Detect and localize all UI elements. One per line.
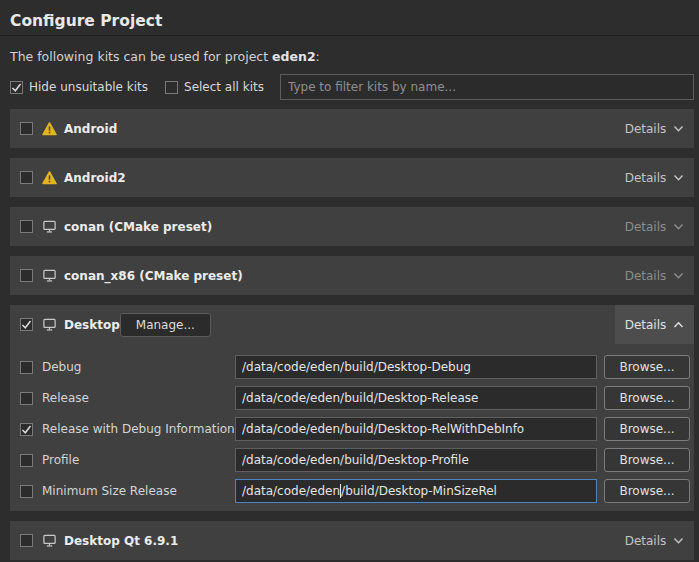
browse-button[interactable]: Browse... bbox=[604, 386, 690, 410]
details-button[interactable]: Details bbox=[615, 109, 694, 148]
kit-filter-input[interactable] bbox=[280, 74, 694, 100]
details-button[interactable]: Details bbox=[615, 207, 694, 246]
details-button-expanded[interactable]: Details bbox=[615, 305, 694, 344]
select-all-kits-checkbox[interactable]: Select all kits bbox=[165, 80, 264, 94]
kit-name: Android2 bbox=[64, 171, 126, 185]
kit-row-desktop: Desktop Manage... Details bbox=[10, 305, 694, 344]
build-config-row-profile: Profile Browse... bbox=[10, 447, 694, 473]
build-config-row-debug: Debug Browse... bbox=[10, 354, 694, 380]
kit-checkbox[interactable] bbox=[20, 269, 33, 282]
warning-icon bbox=[42, 122, 57, 136]
build-config-checkbox-checked[interactable] bbox=[20, 423, 33, 436]
desktop-icon bbox=[42, 219, 57, 234]
kit-checkbox[interactable] bbox=[20, 534, 33, 547]
manage-button[interactable]: Manage... bbox=[120, 313, 211, 337]
build-config-row-release: Release Browse... bbox=[10, 385, 694, 411]
check-icon bbox=[11, 82, 22, 93]
filter-toolbar: Hide unsuitable kits Select all kits bbox=[10, 74, 694, 100]
check-icon bbox=[21, 424, 32, 435]
kit-row-conan: conan (CMake preset) Details bbox=[10, 207, 694, 246]
chevron-down-icon bbox=[673, 223, 684, 231]
chevron-down-icon bbox=[673, 174, 684, 182]
check-icon bbox=[21, 319, 32, 330]
build-config-checkbox[interactable] bbox=[20, 485, 33, 498]
details-button[interactable]: Details bbox=[615, 256, 694, 295]
kit-list: Android Details Android2 Details bbox=[0, 109, 699, 560]
kit-checkbox[interactable] bbox=[20, 171, 33, 184]
desktop-icon bbox=[42, 317, 57, 332]
kit-row-android2: Android2 Details bbox=[10, 158, 694, 197]
chevron-down-icon bbox=[673, 272, 684, 280]
desktop-icon bbox=[42, 533, 57, 548]
details-button[interactable]: Details bbox=[615, 158, 694, 197]
build-config-list: Debug Browse... Release Browse... Releas… bbox=[10, 344, 694, 511]
project-name: eden2 bbox=[272, 49, 316, 64]
page-title: Configure Project bbox=[0, 0, 699, 31]
chevron-down-icon bbox=[673, 537, 684, 545]
warning-icon bbox=[42, 171, 57, 185]
kit-panel-desktop: Desktop Manage... Details Debug Browse..… bbox=[10, 305, 694, 511]
checkbox-checked bbox=[10, 81, 23, 94]
kit-checkbox[interactable] bbox=[20, 122, 33, 135]
build-config-row-relwithdebinfo: Release with Debug Information Browse... bbox=[10, 416, 694, 442]
kit-name: Android bbox=[64, 122, 117, 136]
kit-name: Desktop bbox=[64, 318, 120, 332]
kit-checkbox[interactable] bbox=[20, 220, 33, 233]
kit-row-desktop-qt: Desktop Qt 6.9.1 Details bbox=[10, 521, 694, 560]
browse-button[interactable]: Browse... bbox=[604, 355, 690, 379]
kit-name: conan_x86 (CMake preset) bbox=[64, 269, 243, 283]
kit-name: conan (CMake preset) bbox=[64, 220, 212, 234]
browse-button[interactable]: Browse... bbox=[604, 479, 690, 503]
hide-unsuitable-kits-checkbox[interactable]: Hide unsuitable kits bbox=[10, 80, 148, 94]
build-config-checkbox[interactable] bbox=[20, 361, 33, 374]
browse-button[interactable]: Browse... bbox=[604, 448, 690, 472]
kit-name: Desktop Qt 6.9.1 bbox=[64, 534, 178, 548]
kit-checkbox-checked[interactable] bbox=[20, 318, 33, 331]
build-dir-input[interactable] bbox=[235, 448, 597, 472]
build-dir-input-focused[interactable]: /data/code/eden/build/Desktop-MinSizeRel bbox=[235, 479, 597, 503]
chevron-down-icon bbox=[673, 125, 684, 133]
desktop-icon bbox=[42, 268, 57, 283]
intro-text: The following kits can be used for proje… bbox=[10, 49, 699, 64]
checkbox-unchecked bbox=[165, 81, 178, 94]
build-config-row-minsizerel: Minimum Size Release /data/code/eden/bui… bbox=[10, 478, 694, 504]
title-divider bbox=[0, 35, 699, 36]
chevron-up-icon bbox=[673, 321, 684, 329]
build-config-checkbox[interactable] bbox=[20, 454, 33, 467]
build-dir-input[interactable] bbox=[235, 386, 597, 410]
build-dir-input[interactable] bbox=[235, 355, 597, 379]
build-dir-input[interactable] bbox=[235, 417, 597, 441]
browse-button[interactable]: Browse... bbox=[604, 417, 690, 441]
configure-project-page: Configure Project The following kits can… bbox=[0, 0, 699, 562]
kit-row-conan-x86: conan_x86 (CMake preset) Details bbox=[10, 256, 694, 295]
build-config-checkbox[interactable] bbox=[20, 392, 33, 405]
kit-row-android: Android Details bbox=[10, 109, 694, 148]
details-button[interactable]: Details bbox=[615, 521, 694, 560]
